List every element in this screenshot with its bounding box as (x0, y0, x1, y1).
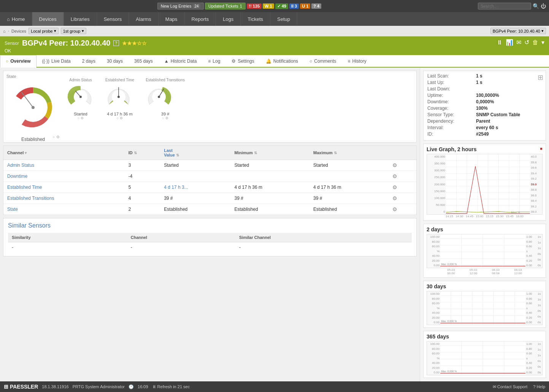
gauge-admin-gear[interactable]: ⚙ (81, 116, 84, 120)
tab-historic-data[interactable]: ▲ Historic Data (159, 55, 203, 67)
365days-graph-area: 100.00 80.00 60.00 % 40.00 20.00 0.00 (427, 341, 543, 375)
2days-y-right: 1.00 0.80 0.60 s 0.40 0.20 0.00 (525, 234, 537, 268)
badge-unusual[interactable]: U 1 (300, 3, 310, 9)
id-est-time: 5 (125, 182, 160, 193)
tab-live-data[interactable]: ((·)) Live Data (36, 55, 76, 67)
id-admin-status: 3 (125, 160, 160, 171)
updated-tickets-button[interactable]: Updated Tickets 1 (205, 3, 246, 9)
grid-icon[interactable]: ⊞ (538, 73, 543, 82)
nav-libraries[interactable]: Libraries (64, 12, 97, 26)
nav-maps[interactable]: Maps (159, 12, 185, 26)
min-admin-status: Started (231, 160, 310, 171)
lastval-est-time[interactable]: 4 d 17 h 3... (160, 182, 230, 193)
365days-graph-body: Max: 0,000 % (440, 341, 525, 375)
tab-notifications[interactable]: 🔔 Notifications (260, 55, 304, 67)
live-graph-card: Live Graph, 2 hours ■ 400.000 350.000 30… (423, 144, 546, 221)
th-last-value[interactable]: LastValue ⇅ (160, 146, 230, 160)
contact-support-link[interactable]: ✉ Contact Support (493, 384, 528, 389)
similar-row: - - - (8, 242, 412, 253)
info-val-interval: every 60 s (476, 125, 498, 130)
badge-ok[interactable]: ✓ 49 (275, 3, 288, 9)
similar-sensors-table: Similarity Channel Similar Channel - - - (8, 233, 412, 252)
gauge-time-gear[interactable]: ⚙ (120, 116, 123, 120)
more-button[interactable]: ▾ (541, 39, 544, 46)
badge-unknown[interactable]: ? 4 (311, 3, 321, 9)
refresh-button[interactable]: ↺ (524, 39, 529, 46)
svg-text:Max: 0,000 %: Max: 0,000 % (441, 320, 457, 322)
th-maximum[interactable]: Maximum ⇅ (309, 146, 389, 160)
table-header-row: Channel ▾ ID ⇅ LastValue ⇅ Minimum ⇅ Max… (3, 146, 416, 160)
nav-home-label: Home (12, 16, 25, 22)
gauge-time-label: Established Time (105, 78, 134, 82)
tab-365days-label: 365 days (134, 58, 153, 64)
info-sensor-type: Sensor Type: SNMP Custom Table (427, 112, 542, 117)
nav-tickets[interactable]: Tickets (241, 12, 270, 26)
th-minimum[interactable]: Minimum ⇅ (231, 146, 310, 160)
delete-button[interactable]: 🗑 (532, 39, 538, 46)
badge-paused[interactable]: II 3 (289, 3, 299, 9)
tab-log[interactable]: ≡ Log (202, 55, 226, 67)
row-gear-admin[interactable]: ⚙ (392, 162, 397, 168)
group1-dropdown[interactable]: 1st group ▾ (61, 28, 86, 34)
channel-downtime-link[interactable]: Downtime (7, 174, 27, 179)
badge-critical[interactable]: !! 135 (247, 3, 262, 9)
nav-alarms[interactable]: Alarms (129, 12, 158, 26)
channel-est-time-link[interactable]: Established Time (7, 185, 42, 190)
state-label: Established (6, 137, 60, 142)
gauge-transitions-svg (146, 84, 172, 110)
channel-state-link[interactable]: State (7, 207, 18, 212)
gauge-transitions-opt[interactable]: ○ (162, 116, 164, 120)
tab-30days[interactable]: 30 days (101, 55, 129, 67)
info-dependency: Dependency: Parent (427, 119, 542, 124)
gauge-admin-opt[interactable]: ○ (78, 116, 79, 120)
row-gear-est-trans[interactable]: ⚙ (392, 195, 397, 201)
th-id[interactable]: ID ⇅ (125, 146, 160, 160)
tab-overview[interactable]: ○ Overview (0, 55, 36, 68)
row-gear-downtime[interactable]: ⚙ (392, 173, 397, 179)
pause-button[interactable]: ⏸ (497, 39, 503, 46)
channel-admin-status-link[interactable]: Admin Status (7, 163, 34, 168)
tab-365days[interactable]: 365 days (129, 55, 159, 67)
star-rating[interactable]: ★★★☆☆ (122, 40, 147, 46)
right-panel: ⊞ Last Scan: 1 s Last Up: 1 s Last Down:… (420, 68, 549, 384)
info-key-sensor-type: Sensor Type: (427, 112, 473, 117)
lastval-admin-status: Started (160, 160, 230, 171)
tab-comments-label: Comments (314, 58, 336, 64)
local-probe-dropdown[interactable]: Local probe ▾ (29, 28, 59, 34)
tab-2days[interactable]: 2 days (76, 55, 101, 67)
nav-setup[interactable]: Setup (270, 12, 297, 26)
new-log-entries-button[interactable]: New Log Entries 24 (157, 3, 204, 9)
nav-reports[interactable]: Reports (185, 12, 216, 26)
power-button[interactable]: ⏻ (541, 3, 546, 9)
breadcrumb-devices[interactable]: Devices (11, 29, 26, 33)
email-button[interactable]: ✉ (516, 39, 521, 46)
badge-warning[interactable]: W 1 (263, 3, 274, 9)
gauge-transitions-gear[interactable]: ⚙ (165, 116, 168, 120)
breadcrumb-home[interactable]: ⌂ (3, 29, 6, 33)
gauge-time-opt[interactable]: ○ (117, 116, 119, 120)
th-channel[interactable]: Channel ▾ (3, 146, 125, 160)
channel-est-trans-link[interactable]: Established Transitions (7, 196, 54, 201)
gauge-transitions-value: 39 # (146, 112, 185, 116)
local-probe-chevron: ▾ (54, 28, 56, 33)
nav-devices[interactable]: Devices (32, 12, 64, 26)
tab-comments[interactable]: ○ Comments (304, 55, 342, 67)
search-button[interactable]: 🔍 (533, 3, 539, 9)
tab-history[interactable]: ≡ History (342, 55, 372, 67)
table-row: Admin Status 3 Started Started Started ⚙ (3, 160, 416, 171)
graph-button[interactable]: 📊 (506, 39, 513, 46)
nav-home[interactable]: ⌂ Home (0, 12, 32, 26)
sensor-path-dropdown[interactable]: BGPv4 Peer: 10.20.40.40 ▾ (490, 28, 546, 34)
nav-logs[interactable]: Logs (216, 12, 241, 26)
live-graph-legend[interactable]: ■ (540, 146, 543, 151)
top-bar-center: New Log Entries 24 Updated Tickets 1 !! … (3, 3, 476, 9)
nav-sensors[interactable]: Sensors (97, 12, 129, 26)
row-gear-est-time[interactable]: ⚙ (392, 184, 397, 190)
help-link[interactable]: ? Help (533, 384, 545, 389)
nav-maps-label: Maps (165, 16, 178, 22)
search-input[interactable] (478, 3, 531, 9)
sensor-docs-icon[interactable]: ? (113, 40, 119, 46)
tab-settings[interactable]: ⚙ Settings (226, 55, 260, 67)
row-gear-state[interactable]: ⚙ (392, 206, 397, 212)
local-probe-label: Local probe (31, 29, 53, 33)
